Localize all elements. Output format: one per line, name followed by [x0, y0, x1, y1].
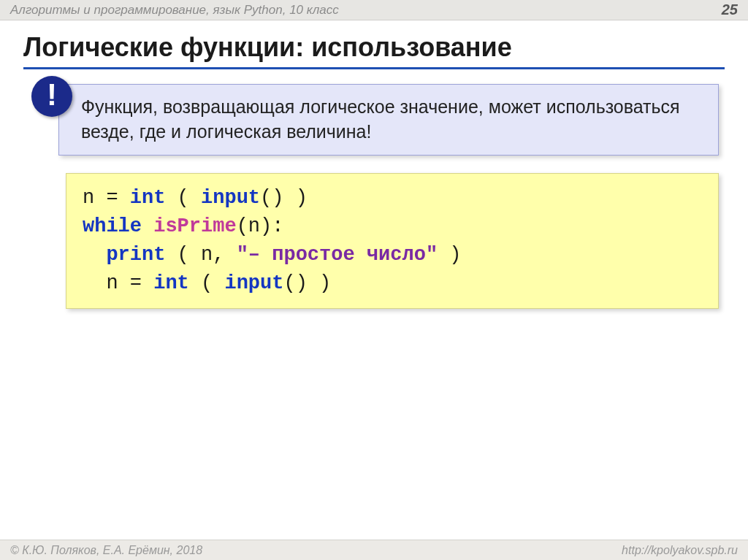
code-token: int: [130, 187, 166, 209]
slide-header: Алгоритмы и программирование, язык Pytho…: [0, 0, 748, 20]
code-token: print: [106, 244, 165, 266]
code-token: n: [83, 272, 130, 294]
code-token: (: [165, 187, 201, 209]
copyright-text: © К.Ю. Поляков, Е.А. Ерёмин, 2018: [10, 544, 202, 557]
footer-url: http://kpolyakov.spb.ru: [622, 544, 738, 557]
code-token: input: [224, 272, 283, 294]
code-token: [83, 244, 106, 266]
code-block: n = int ( input() ) while isPrime(n): pr…: [66, 173, 719, 310]
code-token: isPrime: [153, 215, 236, 237]
code-token: ): [438, 244, 461, 266]
callout-text: Функция, возвращающая логическое значени…: [81, 95, 703, 145]
info-callout: ! Функция, возвращающая логическое значе…: [58, 84, 719, 156]
exclamation-icon: !: [31, 76, 72, 117]
slide-footer: © К.Ю. Поляков, Е.А. Ерёмин, 2018 http:/…: [0, 540, 748, 560]
code-token: input: [201, 187, 260, 209]
exclamation-mark: !: [47, 80, 57, 110]
code-token: while: [83, 215, 142, 237]
code-token: [142, 215, 153, 237]
code-token: () ): [260, 187, 308, 209]
code-token: "– простое число": [237, 244, 438, 266]
code-token: n: [83, 187, 106, 209]
code-token: () ): [283, 272, 331, 294]
code-token: ( n,: [165, 244, 236, 266]
code-token: [118, 187, 130, 209]
page-number: 25: [722, 1, 738, 18]
slide: Алгоритмы и программирование, язык Pytho…: [0, 0, 748, 560]
code-token: =: [130, 272, 142, 294]
code-token: (n):: [237, 215, 284, 237]
page-title: Логические функции: использование: [23, 32, 725, 69]
code-token: (: [189, 272, 225, 294]
subject-title: Алгоритмы и программирование, язык Pytho…: [10, 3, 339, 18]
code-token: int: [153, 272, 189, 294]
code-token: =: [106, 187, 118, 209]
code-token: [142, 272, 153, 294]
